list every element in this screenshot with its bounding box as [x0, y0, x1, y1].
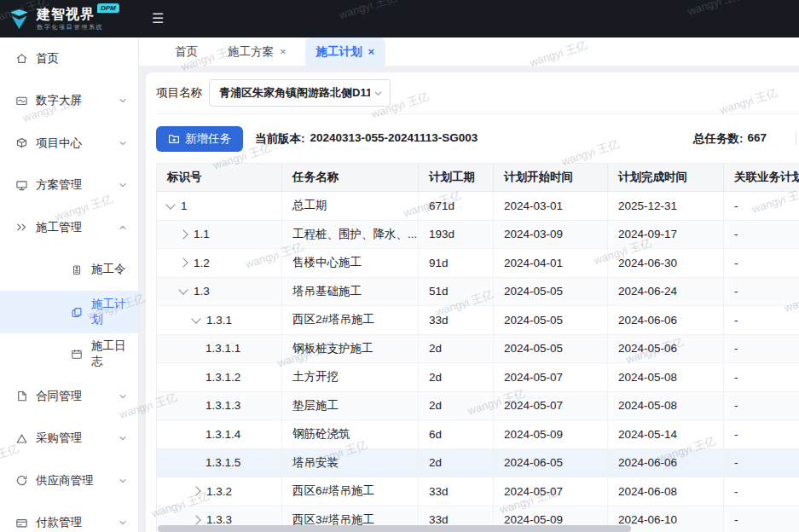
project-name-label: 项目名称: [156, 85, 202, 101]
task-name-cell: 总工期: [282, 192, 419, 220]
start-date-cell: 2024-03-09: [494, 221, 608, 249]
table-row-1.3.1.1[interactable]: 1.3.1.1钢板桩支护施工2d2024-05-052024-05-06-: [157, 335, 799, 364]
table-row-1.3.1.5[interactable]: 1.3.1.5塔吊安装2d2024-06-052024-06-06-: [157, 449, 799, 478]
sidebar-item-0[interactable]: 首页: [0, 38, 138, 80]
sidebar-item-11[interactable]: 付款管理: [0, 502, 138, 532]
related-plan-cell: -: [724, 477, 799, 506]
related-plan-cell: -: [724, 192, 799, 220]
related-plan-cell: -: [724, 278, 799, 306]
expand-collapse-icon[interactable]: [165, 200, 175, 209]
sidebar-item-label: 施工计划: [91, 297, 127, 327]
sidebar-item-5[interactable]: 施工令: [0, 249, 138, 292]
project-select[interactable]: 青浦区朱家角镇阁游路北侧D11...: [209, 79, 391, 107]
table-row-1[interactable]: 1总工期671d2024-03-012025-12-31-: [157, 192, 799, 221]
table-row-1.3[interactable]: 1.3塔吊基础施工51d2024-05-052024-06-24-: [157, 278, 799, 307]
chevron-down-icon: [119, 434, 127, 442]
task-id-cell: 1.1: [157, 221, 282, 249]
task-id: 1.3.3: [206, 513, 232, 526]
duration-cell: 2d: [419, 449, 494, 477]
start-date-cell: 2024-05-05: [494, 306, 608, 334]
task-id: 1.3: [194, 285, 210, 298]
main-area: 首页施工方案×施工计划× 项目名称 青浦区朱家角镇阁游路北侧D11...: [139, 38, 799, 532]
current-version: 当前版本: 20240313-055-20241113-SG003: [255, 131, 478, 147]
expand-expand-icon[interactable]: [178, 229, 188, 239]
add-task-button[interactable]: 新增任务: [156, 126, 243, 152]
expand-expand-icon[interactable]: [191, 515, 200, 524]
app-root: 建智视界 DPM 数字化项目管理系统 ☰ 首页数字大屏项目中心方案管理施工管理施…: [0, 0, 799, 532]
sidebar-item-2[interactable]: 项目中心: [0, 122, 138, 165]
payment-icon: [15, 517, 28, 529]
sidebar-item-3[interactable]: 方案管理: [0, 165, 138, 207]
finish-date-cell: 2024-09-17: [608, 221, 724, 249]
task-id: 1.2: [194, 257, 210, 269]
sidebar-nav: 首页数字大屏项目中心方案管理施工管理施工令施工计划施工日志合同管理采购管理供应商…: [0, 38, 139, 532]
calendar-icon: [71, 348, 83, 360]
tab-bar: 首页施工方案×施工计划×: [139, 38, 799, 66]
task-id: 1.3.1.5: [206, 456, 240, 469]
chevron-down-icon: [119, 518, 127, 527]
duration-cell: 2d: [419, 392, 494, 420]
task-name-cell: 钢筋砼浇筑: [282, 420, 419, 448]
hamburger-menu-icon[interactable]: ☰: [152, 12, 164, 26]
chevron-down-icon: [119, 96, 127, 105]
tab-label: 施工方案: [228, 44, 274, 60]
tab-0[interactable]: 首页: [164, 38, 209, 66]
related-plan-cell: -: [724, 449, 799, 477]
folder-plus-icon: [168, 133, 180, 145]
sidebar-item-9[interactable]: 采购管理: [0, 418, 138, 460]
sidebar-item-label: 施工管理: [36, 220, 82, 235]
sidebar-item-7[interactable]: 施工日志: [0, 333, 138, 376]
sidebar-item-label: 方案管理: [36, 177, 82, 193]
column-header: 计划工期: [419, 164, 494, 191]
expand-expand-icon[interactable]: [191, 487, 200, 496]
finish-date-cell: 2024-05-08: [608, 363, 724, 391]
expand-collapse-icon[interactable]: [191, 314, 200, 323]
table-header-row: 标识号任务名称计划工期计划开始时间计划完成时间关联业务计划: [157, 164, 799, 192]
table-row-1.3.1.2[interactable]: 1.3.1.2土方开挖2d2024-05-072024-05-08-: [157, 363, 799, 392]
task-name-cell: 垫层施工: [282, 392, 419, 420]
add-task-label: 新增任务: [185, 131, 231, 147]
related-plan-cell: -: [724, 335, 799, 363]
expand-collapse-icon[interactable]: [178, 286, 188, 295]
duration-cell: 193d: [419, 221, 494, 249]
task-name-cell: 售楼中心施工: [282, 249, 419, 277]
table-row-1.3.1.4[interactable]: 1.3.1.4钢筋砼浇筑6d2024-05-092024-05-14-: [157, 420, 799, 449]
table-row-1.2[interactable]: 1.2售楼中心施工91d2024-04-012024-06-30-: [157, 249, 799, 278]
big-screen-icon: [15, 95, 28, 107]
sidebar-item-4[interactable]: 施工管理: [0, 206, 138, 249]
expand-expand-icon[interactable]: [178, 258, 188, 268]
sidebar-item-10[interactable]: 供应商管理: [0, 460, 138, 502]
related-plan-cell: -: [724, 392, 799, 420]
task-id-cell: 1.3.2: [157, 477, 282, 506]
horizontal-scrollbar[interactable]: [158, 525, 631, 532]
table-body: 1总工期671d2024-03-012025-12-31-1.1工程桩、围护、降…: [157, 192, 799, 532]
table-row-1.3.1.3[interactable]: 1.3.1.3垫层施工2d2024-05-072024-05-08-: [157, 392, 799, 421]
related-plan-cell: -: [724, 506, 799, 532]
tab-active-2[interactable]: 施工计划×: [305, 38, 386, 66]
tab-label: 施工计划: [316, 44, 362, 60]
sidebar-item-1[interactable]: 数字大屏: [0, 80, 138, 123]
task-id: 1.1: [194, 228, 210, 240]
total-tasks-value: 667: [748, 131, 767, 147]
table-row-1.3.2[interactable]: 1.3.2西区6#塔吊施工33d2024-05-072024-06-08-: [157, 477, 799, 506]
start-date-cell: 2024-05-07: [494, 477, 608, 506]
sidebar-item-8[interactable]: 合同管理: [0, 375, 138, 418]
finish-date-cell: 2024-05-14: [608, 420, 724, 448]
start-date-cell: 2024-03-01: [494, 192, 608, 220]
close-icon[interactable]: ×: [280, 47, 287, 57]
sidebar-item-label: 首页: [36, 51, 59, 66]
chevron-down-icon: [119, 139, 127, 147]
finish-date-cell: 2024-06-06: [608, 449, 724, 477]
sidebar-item-label: 施工日志: [91, 338, 127, 369]
duration-cell: 671d: [419, 192, 494, 220]
table-row-1.3.1[interactable]: 1.3.1西区2#塔吊施工33d2024-05-052024-06-06-: [157, 306, 799, 335]
project-select-value: 青浦区朱家角镇阁游路北侧D11...: [219, 85, 370, 101]
chevron-down-icon: [119, 392, 127, 401]
close-icon[interactable]: ×: [368, 47, 375, 57]
task-id-cell: 1.2: [157, 249, 282, 277]
duration-cell: 33d: [419, 306, 494, 334]
tab-1[interactable]: 施工方案×: [217, 38, 298, 66]
sidebar-item-6[interactable]: 施工计划: [0, 291, 138, 333]
triangle-icon: [15, 432, 28, 445]
table-row-1.1[interactable]: 1.1工程桩、围护、降水、...193d2024-03-092024-09-17…: [157, 221, 799, 250]
